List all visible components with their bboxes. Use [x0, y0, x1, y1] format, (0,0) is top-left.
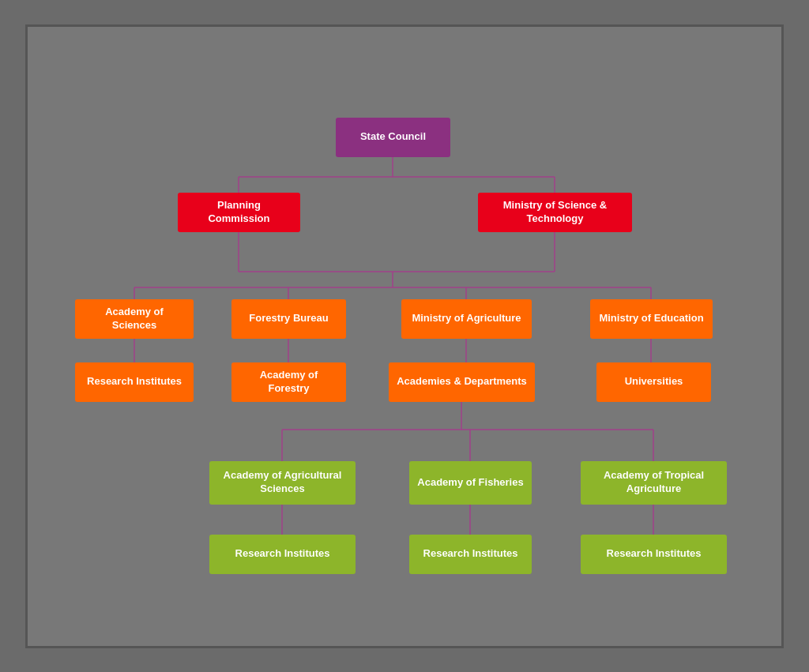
org-chart-canvas: State Council Planning Commission Minist…	[25, 24, 784, 648]
research-institutes-sciences-node[interactable]: Research Institutes	[75, 362, 194, 402]
academy-agricultural-sciences-node[interactable]: Academy of Agricultural Sciences	[209, 461, 356, 505]
academy-forestry-node[interactable]: Academy of Forestry	[231, 362, 346, 402]
ministry-agriculture-node[interactable]: Ministry of Agriculture	[401, 299, 532, 339]
academy-fisheries-node[interactable]: Academy of Fisheries	[409, 461, 532, 505]
academy-tropical-agriculture-node[interactable]: Academy of Tropical Agriculture	[581, 461, 727, 505]
universities-node[interactable]: Universities	[596, 362, 711, 402]
academies-departments-node[interactable]: Academies & Departments	[389, 362, 535, 402]
ministry-education-node[interactable]: Ministry of Education	[590, 299, 713, 339]
research-institutes-agri-node[interactable]: Research Institutes	[209, 535, 356, 574]
planning-commission-node[interactable]: Planning Commission	[178, 193, 300, 232]
research-institutes-fish-node[interactable]: Research Institutes	[409, 535, 532, 574]
academy-sciences-node[interactable]: Academy of Sciences	[75, 299, 194, 339]
ministry-science-tech-node[interactable]: Ministry of Science & Technology	[478, 193, 632, 232]
research-institutes-tropical-node[interactable]: Research Institutes	[581, 535, 727, 574]
forestry-bureau-node[interactable]: Forestry Bureau	[231, 299, 346, 339]
state-council-node[interactable]: State Council	[336, 118, 450, 157]
